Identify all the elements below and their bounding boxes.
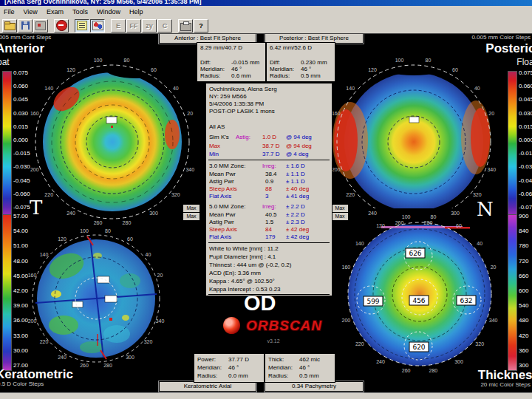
tool-zy-button[interactable]: zy [142, 19, 157, 33]
window-title: [Alena Serg Ovchinnikova, NY: 259 M566, … [4, 0, 201, 5]
menu-bar: FileViewExamToolsWindowHelp [0, 6, 532, 18]
meridian-value: 46 ° [228, 364, 239, 371]
maps-button[interactable] [90, 19, 105, 33]
metric-row: ACD (En): 3.36 mm [209, 270, 330, 277]
anterior-steps-label: 0.005 mm Cont Steps [0, 34, 51, 41]
scale-tick-label: 0.045 [519, 96, 532, 103]
save-icon [21, 21, 30, 30]
scale-tick-label: -0.030 [13, 163, 30, 170]
keratometric-map[interactable] [21, 223, 171, 374]
scale-tick-label: 33.00 [13, 332, 28, 339]
scale-tick-label: 480 [519, 317, 528, 324]
anterior-mode-label: Float [0, 57, 10, 67]
pachy-value-center: 456 [412, 297, 425, 304]
anterior-bfs-value: 8.29 mm/40.7 D [200, 44, 242, 51]
zone-row: Flat Axis179± 42 deg [209, 233, 330, 241]
posterior-title: Posterior [485, 41, 532, 56]
menu-item-help[interactable]: Help [126, 7, 149, 16]
orbscan-logo-text: ORBSCAN [246, 318, 322, 334]
keratometric-scale [2, 214, 12, 371]
open-button[interactable] [2, 19, 17, 33]
pachy-value-left: 599 [366, 298, 379, 305]
thickness-scale [508, 214, 517, 371]
tool-e-icon: E [116, 22, 120, 30]
zone-row: Mean Pwr38.4± 1.1 D [209, 171, 330, 178]
exam-datetime: 5/4/2006 1:35:38 PM [209, 100, 330, 108]
scale-tick-label: 0.000 [519, 137, 532, 143]
tool-ff-icon: FF [130, 22, 138, 30]
map-center-marker [409, 117, 419, 123]
maps-icon [92, 21, 103, 30]
divider [208, 160, 330, 160]
kerat-marker-box [72, 301, 83, 307]
scale-tick-label: -0.060 [13, 191, 30, 197]
list-button[interactable] [75, 19, 89, 33]
keratometric-cursor-box: Power:37.77 D Meridian:46 ° Radius:0.0 m… [194, 353, 265, 383]
kerat-marker-box [98, 276, 109, 283]
scale-tick-label: 660 [519, 273, 528, 279]
tool-ff-button[interactable]: FF [126, 19, 141, 33]
help-button[interactable]: ? [194, 19, 208, 33]
zone-row: Astig Pwr0.9± 1.1 D [209, 178, 330, 185]
nasal-label: N [477, 198, 494, 220]
stop-button[interactable] [54, 19, 69, 33]
scale-tick-label: 0.045 [13, 96, 28, 103]
menu-item-file[interactable]: File [0, 7, 20, 16]
thickness-title: Thickness [478, 368, 532, 383]
diff-value: -0.015 mm [231, 59, 259, 66]
scale-tick-label: 840 [519, 228, 528, 234]
menu-item-exam[interactable]: Exam [43, 7, 69, 16]
open-icon [4, 23, 16, 30]
scale-tick-label: 780 [519, 242, 528, 249]
scale-tick-label: -0.015 [13, 150, 30, 157]
scale-tick-label: 0.060 [13, 83, 28, 89]
tool-c-icon: C [163, 22, 168, 30]
radius-value: 0.0 mm [228, 372, 248, 379]
pachymetry-map[interactable]: 626 599 456 632 620 [334, 208, 507, 371]
diff-label: Diff: [200, 59, 211, 66]
tool-e-button[interactable]: E [111, 19, 126, 33]
tool-c-button[interactable]: C [157, 19, 172, 33]
menu-item-view[interactable]: View [20, 7, 43, 16]
anterior-elevation-scale [2, 71, 12, 216]
diff-label: Diff: [270, 59, 280, 66]
help-icon: ? [199, 22, 203, 30]
patient-name: Ovchinnikova, Alena Serg [209, 86, 330, 93]
anterior-bfs-box: 8.29 mm/40.7 D Diff:-0.015 mm Meridian:4… [197, 42, 266, 82]
scale-tick-label: 48.00 [13, 258, 28, 265]
zone-row: Mean Pwr40.5± 2.2 D [209, 211, 330, 219]
posterior-bfs-box: 6.42 mm/52.6 D Diff:0.230 mm Meridian:46… [266, 42, 335, 82]
export-button[interactable] [33, 19, 48, 33]
posterior-max-marker: Max [331, 212, 349, 221]
keratometric-map-header[interactable]: Keratometric Axial [159, 381, 256, 392]
scale-tick-label: -0.075 [519, 204, 532, 211]
title-bar[interactable]: [Alena Serg Ovchinnikova, NY: 259 M566, … [0, 0, 532, 6]
stop-icon [56, 20, 67, 31]
menu-item-tools[interactable]: Tools [69, 7, 93, 16]
metric-row: Thinnest : 444 um @ (-0.2, 0.2) [209, 262, 330, 269]
zone-header: 3.0 MM Zone: Irreg: ± 1.6 D [209, 163, 330, 170]
zone-header: 5.0 MM Zone: Irreg: ± 2.2 D [209, 203, 330, 211]
posterior-elevation-map[interactable] [325, 53, 502, 231]
simk-max-row: Max 38.7 D @ 94 deg [209, 143, 330, 150]
scale-tick-label: 0.075 [519, 69, 532, 76]
diff-value: 0.230 mm [301, 59, 327, 66]
toolbar: EFFzyC? [0, 18, 532, 34]
menu-item-window[interactable]: Window [93, 7, 126, 16]
posterior-mode-label: Float [516, 57, 532, 67]
scale-tick-label: 540 [519, 302, 528, 309]
scale-tick-label: 57.00 [13, 213, 28, 219]
thickness-cursor-box: Thick:462 mic Meridian:46 ° Radius:0.5 m… [265, 353, 335, 383]
list-icon [77, 21, 87, 30]
scale-tick-label: 0.000 [13, 137, 28, 143]
save-button[interactable] [18, 19, 33, 33]
anterior-elevation-map[interactable] [24, 53, 201, 231]
zone-row: Flat Axis3± 41 deg [209, 193, 330, 200]
pachymetry-map-header[interactable]: 0.34 Pachymetry [265, 381, 364, 392]
print-button[interactable] [178, 19, 193, 33]
keratometric-title: Keratometric [0, 367, 73, 382]
simk-astig-axis: @ 94 deg [286, 134, 312, 140]
anterior-title: Anterior [0, 41, 44, 56]
meridian-label: Meridian: [200, 66, 225, 72]
scale-tick-label: 0.015 [13, 123, 28, 130]
